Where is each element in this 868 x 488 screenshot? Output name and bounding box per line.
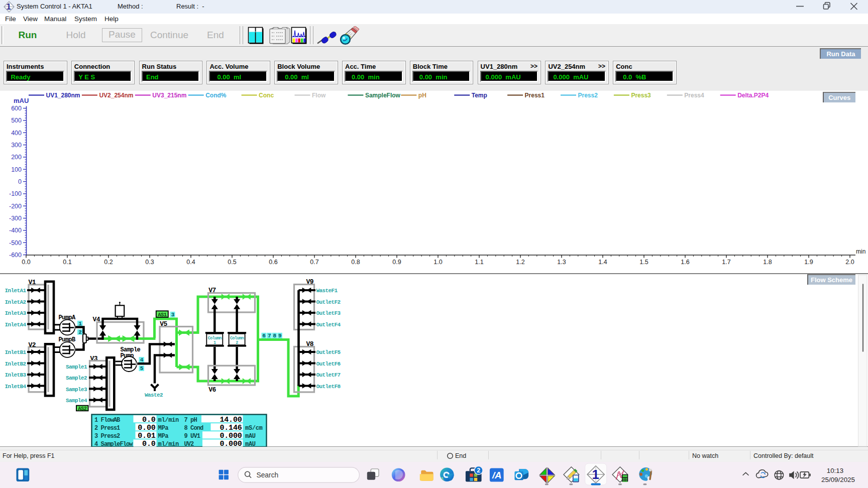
svg-text:1 FlowAB: 1 FlowAB: [94, 416, 120, 423]
svg-text:Cond%: Cond%: [205, 92, 227, 99]
svg-text:1: 1: [78, 320, 82, 326]
svg-text:mAU: mAU: [14, 97, 29, 104]
svg-text:0.0: 0.0: [142, 440, 156, 447]
svg-text:Press4: Press4: [684, 92, 704, 99]
svg-text:InletB2: InletB2: [5, 360, 26, 367]
svg-text:0.0: 0.0: [22, 259, 30, 266]
svg-text:8 Cond: 8 Cond: [184, 424, 204, 431]
svg-text:MPa: MPa: [158, 424, 169, 431]
svg-text:0: 0: [18, 178, 22, 185]
svg-text:ml/min: ml/min: [158, 416, 179, 423]
svg-text:8: 8: [273, 333, 276, 339]
svg-text:1.9: 1.9: [804, 259, 813, 266]
svg-text:UV1_280nm: UV1_280nm: [46, 92, 80, 99]
svg-text:-200: -200: [9, 203, 22, 210]
svg-text:1.6: 1.6: [681, 259, 689, 266]
svg-text:5: 5: [140, 365, 144, 372]
svg-text:mS/cm: mS/cm: [245, 424, 263, 431]
svg-text:AS1: AS1: [158, 311, 166, 317]
svg-text:mAU: mAU: [245, 441, 256, 447]
svg-text:100: 100: [11, 166, 22, 173]
svg-text:Sample1: Sample1: [66, 364, 87, 370]
svg-text:0.0: 0.0: [142, 415, 156, 424]
svg-text:1.1: 1.1: [475, 259, 483, 266]
svg-text:7: 7: [268, 333, 271, 339]
svg-text:0.7: 0.7: [310, 259, 318, 266]
svg-text:V2: V2: [29, 341, 36, 348]
svg-text:Sample2: Sample2: [66, 375, 87, 381]
svg-text:OutletF7: OutletF7: [316, 372, 341, 378]
svg-text:Waste2: Waste2: [145, 392, 163, 398]
svg-text:-300: -300: [9, 215, 22, 222]
svg-text:9: 9: [278, 333, 281, 339]
svg-text:OutletF3: OutletF3: [316, 310, 341, 316]
svg-text:ml/min: ml/min: [158, 441, 179, 447]
svg-text:Press3: Press3: [631, 92, 651, 99]
svg-text:mAU: mAU: [245, 433, 256, 440]
svg-text:2: 2: [78, 329, 81, 335]
svg-text:Temp: Temp: [472, 92, 487, 99]
svg-text:0.3: 0.3: [145, 259, 154, 266]
svg-text:InletB1: InletB1: [5, 349, 27, 355]
svg-text:1: 1: [592, 467, 599, 481]
svg-text:300: 300: [11, 142, 22, 149]
svg-text:UV2_254nm: UV2_254nm: [99, 92, 133, 99]
svg-text:1.4: 1.4: [598, 259, 607, 266]
svg-text:InletA1: InletA1: [5, 288, 27, 294]
svg-text:4 SampleFlow: 4 SampleFlow: [94, 441, 133, 447]
svg-text:WasteF1: WasteF1: [316, 288, 338, 294]
svg-text:1.7: 1.7: [722, 259, 730, 266]
svg-text:1: 1: [213, 340, 216, 345]
svg-text:min: min: [856, 248, 865, 255]
svg-text:1.8: 1.8: [763, 259, 772, 266]
svg-text:-500: -500: [9, 239, 22, 247]
svg-text:OutletF5: OutletF5: [316, 349, 341, 355]
svg-text:0.01: 0.01: [138, 432, 155, 440]
svg-text:-400: -400: [9, 227, 22, 234]
svg-text:600: 600: [11, 105, 22, 112]
svg-text:0.8: 0.8: [351, 259, 360, 266]
svg-text:0.4: 0.4: [186, 259, 195, 266]
svg-text:Flow: Flow: [312, 92, 326, 99]
svg-text:2.0: 2.0: [845, 259, 854, 266]
svg-text:Conc: Conc: [259, 92, 274, 99]
svg-text:Search: Search: [256, 470, 278, 478]
svg-text:1: 1: [6, 2, 11, 12]
svg-text:0.9: 0.9: [392, 259, 401, 266]
svg-text:2: 2: [477, 467, 480, 474]
svg-text:7 pH: 7 pH: [184, 416, 197, 423]
svg-text:0.5: 0.5: [228, 259, 236, 266]
svg-text:400: 400: [11, 130, 22, 137]
svg-text:SampleFlow: SampleFlow: [365, 92, 401, 99]
svg-text:pH: pH: [418, 92, 426, 99]
svg-text:InletB3: InletB3: [5, 372, 27, 378]
svg-text:/A: /A: [492, 470, 502, 480]
svg-text:V1: V1: [29, 279, 36, 286]
svg-text:Sample4: Sample4: [66, 397, 87, 403]
svg-text:0.000: 0.000: [220, 432, 242, 440]
svg-text:AS2: AS2: [78, 405, 86, 411]
svg-text:Delta.P2P4: Delta.P2P4: [737, 92, 769, 99]
svg-text:V6: V6: [208, 386, 216, 393]
svg-text:0.146: 0.146: [220, 423, 242, 432]
svg-text:1.2: 1.2: [516, 259, 524, 266]
svg-text:0.000: 0.000: [220, 440, 242, 447]
svg-text:-100: -100: [9, 190, 22, 197]
svg-text:6: 6: [262, 333, 265, 339]
svg-text:200: 200: [11, 154, 22, 161]
svg-text:3: 3: [171, 312, 175, 318]
svg-text:2 Press1: 2 Press1: [94, 424, 120, 431]
svg-text:2: 2: [236, 340, 238, 345]
svg-text:InletA2: InletA2: [5, 299, 26, 305]
svg-text:InletA3: InletA3: [5, 310, 27, 316]
svg-text:4: 4: [140, 357, 144, 363]
svg-text:OutletF4: OutletF4: [316, 321, 341, 327]
svg-text:14.00: 14.00: [220, 415, 242, 424]
svg-text:500: 500: [11, 117, 22, 124]
svg-text:3 Press2: 3 Press2: [94, 433, 120, 440]
svg-text:0.2: 0.2: [104, 259, 113, 266]
svg-text:OutletF6: OutletF6: [316, 360, 341, 367]
svg-text:MPa: MPa: [158, 433, 169, 440]
svg-text:0.00: 0.00: [138, 423, 155, 432]
svg-text:1.3: 1.3: [557, 259, 566, 266]
